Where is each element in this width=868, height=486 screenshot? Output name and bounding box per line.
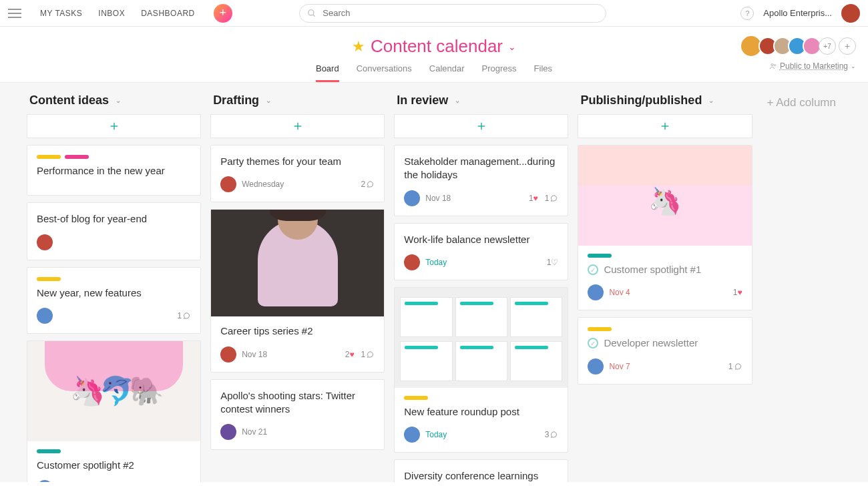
due-date: Nov 21 [242,427,267,437]
like-count[interactable]: 1♥ [529,194,538,203]
due-date: Nov 18 [242,350,267,359]
comment-count[interactable]: 3 [545,430,559,439]
card-tags [37,155,191,159]
add-card-button[interactable] [394,114,568,138]
assignee-avatar[interactable] [37,480,53,482]
comment-count[interactable]: 1 [728,362,742,371]
board: Content ideas⌄ Performance in the new ye… [0,83,868,482]
star-icon[interactable]: ★ [352,38,365,55]
people-icon [769,62,777,70]
menu-icon[interactable] [8,9,21,18]
assignee-avatar[interactable] [404,254,420,270]
task-card[interactable]: New year, new features1 [27,267,201,334]
nav-dashboard[interactable]: DASHBOARD [141,9,195,18]
card-image [395,288,568,388]
svg-point-2 [771,64,773,66]
card-title: Customer spotlight #1 [604,263,701,276]
topbar: MY TASKS INBOX DASHBOARD + ? Apollo Ente… [0,0,868,27]
search-input[interactable] [299,4,606,23]
card-title: Stakeholder management...during the holi… [404,155,558,182]
user-avatar[interactable] [841,4,860,23]
svg-point-0 [308,9,314,15]
nav-inbox[interactable]: INBOX [98,9,125,18]
tab-calendar[interactable]: Calendar [429,63,465,82]
task-card[interactable]: Developer newsletterNov 71 [578,317,752,384]
chevron-down-icon: ⌄ [455,97,460,104]
due-date: Today [425,430,447,439]
check-icon [588,338,598,348]
comment-count[interactable]: 1 [177,311,191,320]
chevron-down-icon: ⌄ [851,63,856,69]
card-title: New year, new features [37,286,191,300]
task-card[interactable]: 🦄🐬🐘Customer spotlight #2 [27,340,201,482]
card-tags [37,277,191,281]
help-icon[interactable]: ? [740,7,754,20]
task-card[interactable]: Party themes for your teamWednesday2 [210,145,385,202]
assignee-avatar[interactable] [37,308,53,324]
due-date: Wednesday [242,180,284,189]
like-count[interactable]: 1♡ [547,258,559,267]
card-image: 🦄🐬🐘 [27,341,200,441]
task-card[interactable]: Best-of blog for year-end [27,202,201,260]
assignee-avatar[interactable] [220,176,236,192]
nav-my-tasks[interactable]: MY TASKS [40,9,82,18]
assignee-avatar[interactable] [220,346,236,362]
chevron-down-icon[interactable]: ⌄ [508,41,516,52]
like-count[interactable]: 2♥ [345,350,355,359]
task-card[interactable]: Stakeholder management...during the holi… [394,145,568,216]
tab-progress[interactable]: Progress [482,63,517,82]
due-date: Nov 4 [609,288,630,297]
project-privacy[interactable]: Public to Marketing ⌄ [744,61,856,71]
like-count[interactable]: 1♥ [733,288,742,297]
add-column-button[interactable]: + Add column [762,93,842,112]
task-card[interactable]: New feature roundup postToday3 [394,287,568,453]
add-card-button[interactable] [210,114,385,138]
add-card-button[interactable] [27,114,201,138]
create-button[interactable]: + [214,4,232,23]
task-card[interactable]: Performance in the new year [27,145,201,196]
column-header[interactable]: In review⌄ [394,93,568,114]
card-footer: Nov 41♥ [588,284,742,300]
assignee-avatar[interactable] [588,284,604,300]
assignee-avatar[interactable] [220,424,236,440]
card-title: Work-life balance newsletter [404,233,558,246]
add-member-button[interactable]: + [839,37,856,55]
assignee-avatar[interactable] [404,427,420,443]
assignee-avatar[interactable] [404,190,420,206]
column-header[interactable]: Publishing/published⌄ [578,93,752,114]
project-header: ★ Content calendar ⌄ BoardConversationsC… [0,27,868,83]
svg-point-3 [774,65,775,66]
card-tags [37,449,191,453]
tab-conversations[interactable]: Conversations [357,63,412,82]
task-card[interactable]: Apollo's shooting stars: Twitter contest… [210,379,385,451]
card-title: Diversity conference learnings [404,469,558,482]
card-title: Career tips series #2 [220,324,375,338]
due-date: Today [425,258,447,267]
add-card-button[interactable] [578,114,752,138]
due-date: Nov 7 [609,362,630,371]
comment-count[interactable]: 1 [545,194,559,203]
card-image: 🦄 [578,146,751,246]
card-footer [37,234,191,250]
column-header[interactable]: Content ideas⌄ [27,93,201,114]
task-card[interactable]: Diversity conference learningsMonday1♡ [394,459,568,482]
project-members[interactable]: +7 + [744,35,856,57]
task-card[interactable]: Career tips series #2Nov 182♥1 [210,209,385,372]
column-header[interactable]: Drafting⌄ [210,93,385,114]
card-footer: Today3 [404,427,558,443]
tab-board[interactable]: Board [316,63,339,82]
task-card[interactable]: Work-life balance newsletterToday1♡ [394,223,568,280]
search-icon [307,9,316,18]
search [299,4,606,23]
comment-count[interactable]: 2 [361,180,375,189]
member-overflow[interactable]: +7 [819,37,836,55]
assignee-avatar[interactable] [37,234,53,250]
assignee-avatar[interactable] [588,358,604,375]
card-title: Party themes for your team [220,155,375,168]
project-title[interactable]: ★ Content calendar ⌄ [352,36,516,57]
tab-files[interactable]: Files [534,63,552,82]
card-title: Best-of blog for year-end [37,212,191,226]
task-card[interactable]: 🦄Customer spotlight #1Nov 41♥ [578,145,752,310]
team-name[interactable]: Apollo Enterpris... [763,8,832,18]
comment-count[interactable]: 1 [361,350,375,359]
